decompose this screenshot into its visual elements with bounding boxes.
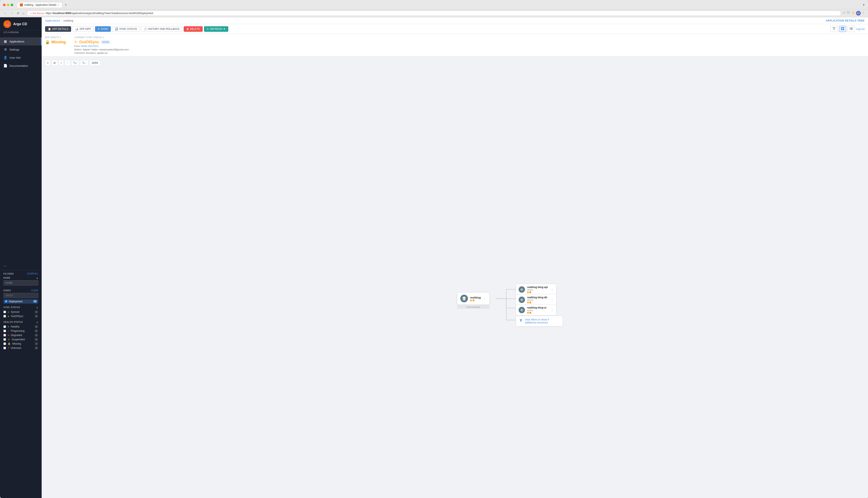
health-filter-degraded[interactable]: ♥ Degraded 0	[3, 333, 38, 337]
resource-api-menu[interactable]: ⋮	[551, 288, 553, 291]
main-app-node[interactable]: realblog ⋮ a few seconds	[457, 292, 490, 309]
resource-ui-status	[527, 312, 548, 314]
traffic-light-close[interactable]	[3, 4, 5, 6]
back-button[interactable]: ←	[3, 11, 8, 15]
app-node-info: realblog	[470, 296, 481, 301]
resource-node-db[interactable]: realblog-blog-db deploy ⋮	[516, 294, 557, 305]
zoom-in-button[interactable]: +	[59, 60, 64, 66]
degraded-checkbox[interactable]	[3, 334, 6, 337]
toolbar: 📋 APP DETAILS 📊 APP DIFF ↻ SYNC 🔄 SYNC S…	[42, 24, 868, 34]
resource-api-icon	[519, 286, 525, 293]
active-tab[interactable]: 🐙 realblog - Application Details ✕	[17, 2, 62, 8]
sidebar-back-button[interactable]: ←	[0, 263, 42, 269]
traffic-light-minimize[interactable]	[7, 4, 9, 6]
zoom-reset-button[interactable]: 🔍−	[80, 60, 88, 66]
sync-label: SYNC	[101, 27, 108, 30]
more-button[interactable]: MORE	[101, 41, 111, 44]
refresh-icon: ↻	[207, 27, 209, 30]
app-node-menu-button[interactable]: ⋮	[483, 297, 486, 301]
sync-status-section: CURRENT SYNC STATUS ℹ ↻ OutOfSync MORE F…	[74, 36, 129, 54]
unknown-checkbox[interactable]	[3, 347, 6, 349]
health-filter-healthy[interactable]: ♥ Healthy 0	[3, 325, 38, 329]
reload-button[interactable]: ↺	[16, 11, 20, 15]
delete-icon: 🗑	[187, 27, 189, 30]
extension-icon[interactable]: ⚡	[851, 11, 855, 16]
breadcrumb-applications-link[interactable]: Applications	[45, 19, 60, 22]
canvas-area[interactable]: ≡ ⊞ + − 🔍+ 🔍− 100%	[42, 56, 868, 498]
forward-button[interactable]: →	[9, 11, 14, 15]
app-details-button[interactable]: 📋 APP DETAILS	[45, 26, 71, 32]
app-node-icon	[460, 294, 468, 302]
view-network-button[interactable]	[830, 26, 838, 32]
sync-filter-synced[interactable]: ● Synced 0	[3, 310, 38, 314]
filter-node[interactable]: clear filters to show 9 additional resou…	[516, 316, 563, 326]
breadcrumb: Applications / realblog	[45, 19, 73, 22]
tab-close-button[interactable]: ✕	[58, 4, 59, 6]
sync-button[interactable]: ↻ SYNC	[95, 26, 111, 32]
synced-checkbox[interactable]	[3, 311, 6, 313]
sidebar-item-applications[interactable]: ▦ Applications	[0, 37, 42, 45]
sync-rotate-icon: ↻	[74, 40, 78, 44]
not-secure-label: Not Secure	[33, 12, 44, 14]
view-grid-button[interactable]	[839, 26, 846, 32]
outofsync-checkbox[interactable]	[3, 315, 6, 317]
progressing-checkbox[interactable]	[3, 330, 6, 332]
resource-ui-menu[interactable]: ⋮	[551, 308, 553, 312]
health-status-header[interactable]: HEALTH STATUS ▲	[3, 321, 38, 323]
deployment-checkbox[interactable]	[5, 300, 8, 303]
sidebar-item-documentation[interactable]: 📄 Documentation	[0, 62, 42, 70]
health-filter-progressing[interactable]: ○ Progressing 0	[3, 329, 38, 333]
sync-status-header[interactable]: SYNC STATUS ▲	[3, 306, 38, 309]
view-list-button[interactable]	[847, 26, 855, 32]
clear-all-button[interactable]: CLEAR ALL	[27, 273, 38, 275]
url-text: https://localhost:8080/applications/argo…	[46, 12, 153, 15]
health-filter-suspended[interactable]: ⏸ Suspended 0	[3, 337, 38, 342]
svg-rect-13	[851, 28, 853, 29]
head-commit-link[interactable]: HEAD (5917637)	[81, 45, 99, 47]
kinds-clear-button[interactable]: CLEAR	[31, 289, 38, 292]
sidebar-item-user-info[interactable]: 👤 User Info	[0, 54, 42, 62]
sidebar-item-settings[interactable]: ⚙ Settings	[0, 45, 42, 54]
deployment-kind-chip[interactable]: Deployment 3	[3, 299, 38, 304]
health-filter-missing[interactable]: 🔒 Missing 3	[3, 342, 38, 346]
app-diff-button[interactable]: 📊 APP DIFF	[73, 26, 94, 32]
resource-node-ui[interactable]: realblog-blog-ui deploy ⋮	[516, 304, 557, 316]
menu-icon[interactable]: ⋮	[862, 11, 865, 16]
name-filter-header[interactable]: NAME ▲	[3, 277, 38, 279]
logout-button[interactable]: Log out	[856, 27, 865, 30]
new-tab-button[interactable]: +	[63, 2, 68, 7]
healthy-checkbox[interactable]	[3, 325, 6, 328]
zoom-fit-button[interactable]: 🔍+	[71, 60, 79, 66]
resource-db-menu[interactable]: ⋮	[551, 298, 553, 301]
bookmark-icon[interactable]: ☆	[843, 11, 845, 16]
sync-status-button[interactable]: 🔄 SYNC STATUS	[112, 26, 139, 32]
resource-api-info: realblog-blog-api deploy	[527, 286, 548, 293]
kinds-filter-header[interactable]: KINDS CLEAR	[3, 289, 38, 292]
author-line: Author: Satyam Yadav <satyamyadav3@gmail…	[74, 48, 129, 51]
refresh-button[interactable]: ↻ REFRESH ▼	[204, 26, 228, 32]
profile-icon[interactable]: Ci	[856, 11, 861, 16]
resource-node-api[interactable]: realblog-blog-api deploy ⋮	[516, 284, 557, 295]
traffic-lights	[3, 4, 13, 6]
app-version: v2.5.4+86b2dde	[0, 30, 42, 36]
zoom-out-button[interactable]: −	[65, 60, 70, 66]
svg-point-14	[850, 29, 850, 30]
list-view-canvas-button[interactable]: ≡	[45, 60, 51, 66]
svg-point-10	[850, 27, 850, 28]
grid-view-canvas-button[interactable]: ⊞	[51, 60, 58, 66]
name-filter-input[interactable]	[3, 280, 38, 286]
kinds-filter-input[interactable]	[3, 293, 38, 298]
delete-button[interactable]: 🗑 DELETE	[184, 26, 203, 32]
history-rollback-button[interactable]: 🕐 HISTORY AND ROLLBACK	[141, 26, 182, 32]
missing-checkbox[interactable]	[3, 342, 6, 345]
traffic-light-maximize[interactable]	[11, 4, 13, 6]
health-filter-unknown[interactable]: ? Unknown 0	[3, 346, 38, 350]
app-details-tree-link[interactable]: APPLICATION DETAILS TREE	[826, 19, 865, 22]
sidebar-logo: 🐙 Argo CD	[0, 17, 42, 30]
url-bar[interactable]: ⚠ Not Secure https://localhost:8080/appl…	[27, 11, 841, 16]
suspended-checkbox[interactable]	[3, 338, 6, 341]
sidebar: 🐙 Argo CD v2.5.4+86b2dde ▦ Applications …	[0, 17, 42, 498]
home-button[interactable]: ⌂	[22, 11, 25, 15]
sync-filter-outofsync[interactable]: ● OutOfSync 3	[3, 314, 38, 318]
degraded-count: 0	[34, 334, 38, 337]
